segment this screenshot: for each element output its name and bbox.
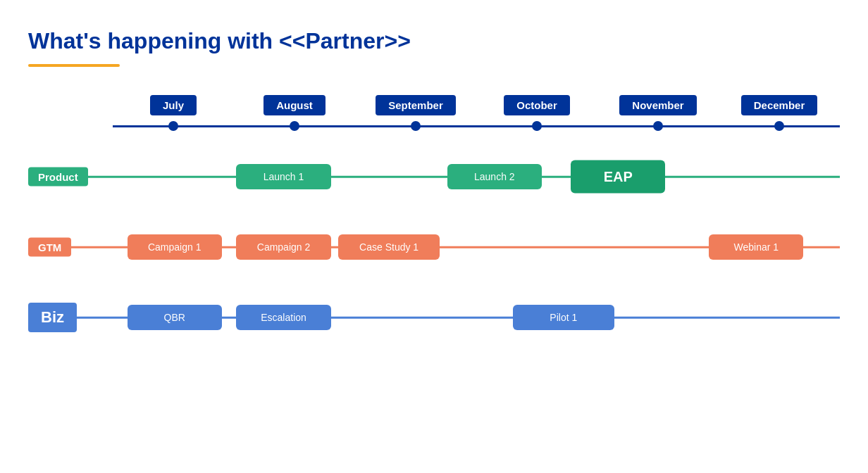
title-underline — [28, 64, 120, 67]
month-label-august: August — [264, 95, 326, 115]
month-label-december: December — [741, 95, 818, 115]
lane-item-gtm-2: Case Study 1 — [338, 234, 440, 260]
month-label-october: October — [504, 95, 570, 115]
lane-product: ProductLaunch 1Launch 2EAP — [28, 152, 840, 201]
lane-item-product-0: Launch 1 — [236, 164, 330, 189]
month-dot-december — [774, 121, 784, 131]
lane-items-biz: QBREscalationPilot 1 — [113, 293, 840, 342]
month-label-september: September — [376, 95, 456, 115]
month-dot-july — [168, 121, 178, 131]
timeline-line — [113, 125, 840, 127]
month-label-november: November — [619, 95, 696, 115]
lane-label-product: Product — [28, 168, 88, 187]
lane-item-gtm-3: Webinar 1 — [709, 234, 803, 260]
page: What's happening with <<Partner>> July A… — [0, 0, 868, 473]
month-dot-august — [290, 121, 299, 131]
lane-gtm: GTMCampaign 1Campaign 2Case Study 1Webin… — [28, 222, 840, 272]
lane-items-product: Launch 1Launch 2EAP — [113, 152, 840, 201]
lane-item-gtm-0: Campaign 1 — [128, 234, 222, 260]
lane-biz: BizQBREscalationPilot 1 — [28, 293, 840, 342]
month-label-july: July — [150, 95, 197, 115]
lane-label-biz: Biz — [28, 303, 77, 332]
lane-item-biz-2: Pilot 1 — [513, 305, 614, 330]
lane-item-biz-1: Escalation — [236, 305, 330, 330]
lane-item-product-1: Launch 2 — [447, 164, 542, 189]
month-dot-november — [653, 121, 663, 131]
timeline: July August September October November D… — [28, 95, 840, 131]
month-dot-october — [532, 121, 542, 131]
lane-items-gtm: Campaign 1Campaign 2Case Study 1Webinar … — [113, 222, 840, 272]
month-dot-september — [411, 121, 421, 131]
lane-item-gtm-1: Campaign 2 — [236, 234, 330, 260]
lane-item-product-2: EAP — [571, 160, 665, 194]
lane-label-gtm: GTM — [28, 238, 71, 257]
lane-item-biz-0: QBR — [128, 305, 222, 330]
page-title: What's happening with <<Partner>> — [28, 28, 840, 54]
lanes-section: ProductLaunch 1Launch 2EAPGTMCampaign 1C… — [28, 152, 840, 342]
